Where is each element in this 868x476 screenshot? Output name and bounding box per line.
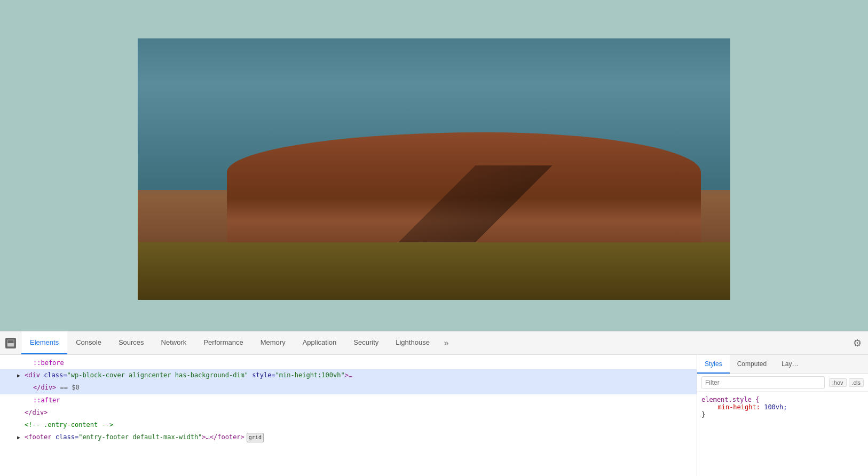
styles-sub-tab-computed[interactable]: Computed bbox=[730, 355, 774, 374]
browser-viewport bbox=[0, 0, 868, 331]
tab-console[interactable]: Console bbox=[67, 331, 110, 354]
dom-line-footer[interactable]: ▶ <footer class="entry-footer default-ma… bbox=[0, 431, 697, 443]
dom-line-div-cover[interactable]: ▶ <div class="wp-block-cover aligncenter… bbox=[0, 369, 697, 382]
devtools-tabs: Elements Console Sources Network Perform… bbox=[21, 331, 847, 354]
tab-lighthouse[interactable]: Lighthouse bbox=[387, 331, 438, 354]
styles-filter-input[interactable] bbox=[701, 376, 825, 389]
styles-content: element.style { min-height: 100vh; } bbox=[697, 392, 868, 476]
uluru-rock bbox=[227, 132, 701, 242]
dom-line-comment[interactable]: <!-- .entry-content --> bbox=[0, 419, 697, 431]
webpage-screenshot bbox=[138, 38, 730, 300]
tab-security[interactable]: Security bbox=[345, 331, 387, 354]
grid-badge: grid bbox=[247, 433, 264, 442]
cls-filter-button[interactable]: .cls bbox=[849, 378, 864, 387]
dom-line-closediv2[interactable]: </div> bbox=[0, 407, 697, 419]
styles-panel: Styles Computed Lay… :hov .cls bbox=[697, 355, 868, 476]
tab-network[interactable]: Network bbox=[153, 331, 195, 354]
ground bbox=[138, 242, 730, 300]
settings-icon[interactable]: ⚙ bbox=[853, 337, 862, 349]
tab-elements[interactable]: Elements bbox=[21, 331, 67, 354]
dom-panel: ::before ▶ <div class="wp-block-cover al… bbox=[0, 355, 697, 476]
more-tabs-button[interactable]: » bbox=[438, 331, 454, 354]
styles-sub-tab-layout[interactable]: Lay… bbox=[774, 355, 806, 374]
dom-line-before[interactable]: ::before bbox=[0, 357, 697, 369]
dom-line-closing-div[interactable]: </div> == $0 bbox=[0, 382, 697, 394]
devtools-icon bbox=[5, 338, 16, 348]
settings-area: ⚙ bbox=[847, 337, 868, 349]
tab-application[interactable]: Application bbox=[294, 331, 345, 354]
dom-line-after[interactable]: ::after bbox=[0, 394, 697, 407]
devtools-toggle-icon-area bbox=[0, 331, 21, 354]
tab-sources[interactable]: Sources bbox=[110, 331, 153, 354]
devtools-tab-bar: Elements Console Sources Network Perform… bbox=[0, 331, 868, 355]
tab-performance[interactable]: Performance bbox=[195, 331, 251, 354]
styles-filter-row: :hov .cls bbox=[697, 374, 868, 392]
hov-filter-button[interactable]: :hov bbox=[829, 378, 847, 387]
svg-rect-1 bbox=[7, 343, 14, 346]
tab-memory[interactable]: Memory bbox=[252, 331, 294, 354]
devtools-main-panels: ::before ▶ <div class="wp-block-cover al… bbox=[0, 355, 868, 476]
styles-filter-buttons: :hov .cls bbox=[829, 378, 864, 387]
element-style-rule: element.style { min-height: 100vh; } bbox=[701, 396, 864, 418]
styles-sub-tabs: Styles Computed Lay… bbox=[697, 355, 868, 374]
devtools-panel: Elements Console Sources Network Perform… bbox=[0, 331, 868, 476]
styles-sub-tab-styles[interactable]: Styles bbox=[697, 355, 730, 374]
